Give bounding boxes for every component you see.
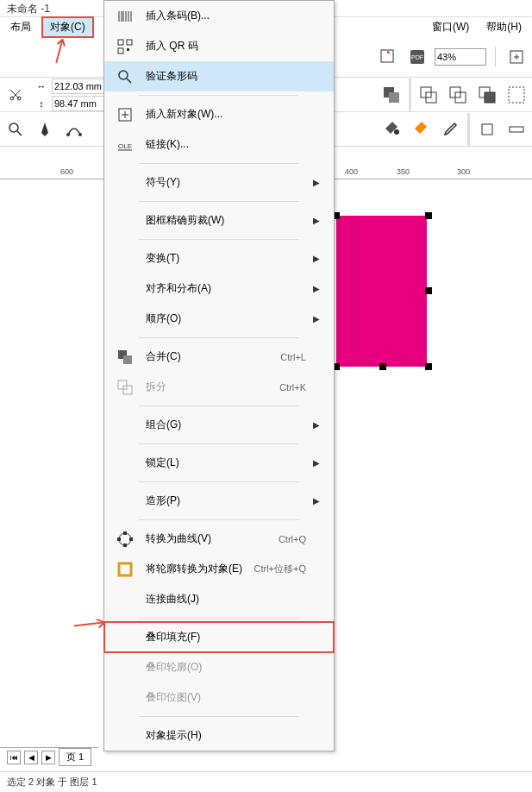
menu-item-4[interactable]: OLE链接(K)... [104,129,334,160]
menu-item-19: 叠印轮廓(O) [104,652,334,682]
svg-point-15 [9,123,18,132]
ruler-tick: 350 [397,167,410,176]
menu-item-8[interactable]: 对齐和分布(A)▶ [104,273,334,304]
intersect-icon[interactable] [475,83,499,107]
tab-first[interactable]: ⏮ [7,751,21,764]
svg-rect-20 [510,127,523,132]
svg-rect-40 [123,531,127,535]
pdf-icon[interactable]: PDF [405,45,429,69]
height-label: ↕ [33,98,50,109]
menu-label: 变换(T) [139,251,313,266]
zoom-select[interactable] [435,48,486,66]
ruler-tick: 600 [60,167,73,176]
zoom-icon[interactable] [3,117,28,141]
menu-item-10[interactable]: 合并(C)Ctrl+L [104,342,334,372]
menu-item-12[interactable]: 组合(G)▶ [104,410,334,440]
svg-rect-30 [127,48,129,51]
ruler-tick: 300 [457,167,470,176]
svg-point-17 [78,133,82,136]
menu-separator [139,405,299,406]
selection-handle-e[interactable] [425,287,432,294]
menu-item-9[interactable]: 顺序(O)▶ [104,304,334,334]
menu-item-13[interactable]: 锁定(L)▶ [104,448,334,478]
menu-item-21[interactable]: 对象提示(H) [104,720,334,751]
simplify-icon[interactable] [504,83,529,107]
page-tabs: ⏮ ◀ ▶ 页 1 [0,747,98,766]
submenu-arrow-icon: ▶ [313,284,327,293]
menu-label: 组合(G) [139,418,313,432]
menu-label: 顺序(O) [139,311,313,326]
gradient-icon[interactable] [409,117,433,141]
menu-item-18[interactable]: 叠印填充(F) [104,622,334,652]
menu-layout[interactable]: 布局 [3,18,38,36]
svg-rect-14 [509,87,524,103]
svg-rect-27 [118,40,123,45]
fill-icon[interactable] [379,117,404,141]
menu-label: 链接(K)... [139,137,313,152]
qr-icon [111,38,139,55]
curve-icon [111,531,139,548]
tab-page-1[interactable]: 页 1 [59,748,91,766]
selection-handle-s[interactable] [379,363,386,370]
menu-shortcut: Ctrl+Q [279,534,313,544]
menu-item-5[interactable]: 符号(Y)▶ [104,167,334,198]
eyedropper-icon[interactable] [438,117,462,141]
svg-rect-19 [482,124,492,135]
svg-text:OLE: OLE [118,142,132,150]
menu-item-6[interactable]: 图框精确剪裁(W)▶ [104,205,334,236]
insert-icon [111,106,139,123]
menu-label: 叠印填充(F) [139,630,313,644]
scissors-icon[interactable] [3,83,28,107]
menu-label: 将轮廓转换为对象(E) [139,562,253,576]
bezier-icon[interactable] [62,117,86,141]
svg-rect-29 [118,48,123,53]
tab-prev[interactable]: ◀ [24,751,38,764]
menu-item-1[interactable]: 插入 QR 码 [104,31,334,61]
crop-icon[interactable] [475,117,499,141]
selected-rectangle[interactable] [336,216,427,367]
submenu-arrow-icon: ▶ [313,216,327,225]
menu-item-11: 拆分Ctrl+K [104,372,334,402]
menu-label: 验证条形码 [139,69,313,84]
barcode-icon [111,8,139,25]
menu-help[interactable]: 帮助(H) [479,18,529,36]
svg-rect-36 [123,355,132,364]
submenu-arrow-icon: ▶ [313,458,327,468]
menu-label: 拆分 [139,380,279,394]
menu-label: 转换为曲线(V) [139,531,279,546]
menu-item-14[interactable]: 造形(P)▶ [104,486,334,516]
svg-point-39 [119,533,131,545]
combine-shapes-icon[interactable] [379,83,404,107]
menu-item-17[interactable]: 连接曲线(J) [104,584,334,614]
svg-rect-7 [389,92,399,103]
menu-item-2[interactable]: 验证条形码 [104,61,334,91]
tab-next[interactable]: ▶ [41,751,55,764]
menu-separator [139,201,299,202]
ruler-icon[interactable] [504,117,529,141]
pen-icon[interactable] [33,117,57,141]
menu-item-0[interactable]: 插入条码(B)... [104,1,334,31]
menu-label: 合并(C) [139,349,280,364]
menu-window[interactable]: 窗口(W) [425,18,476,36]
menu-separator [139,337,299,338]
export-icon[interactable] [376,45,400,69]
menu-item-15[interactable]: 转换为曲线(V)Ctrl+Q [104,524,334,554]
menu-separator [139,163,299,164]
menu-item-16[interactable]: 将轮廓转换为对象(E)Ctrl+位移+Q [104,554,334,584]
verify-icon [111,68,139,85]
trim-icon[interactable] [446,83,470,107]
svg-rect-13 [485,92,495,103]
selection-handle-se[interactable] [425,363,432,370]
submenu-arrow-icon: ▶ [313,178,327,187]
menu-label: 叠印轮廓(O) [139,660,313,675]
menu-label: 图框精确剪裁(W) [139,213,313,228]
menu-item-3[interactable]: 插入新对象(W)... [104,99,334,129]
menu-separator [139,519,299,520]
svg-point-31 [119,71,128,79]
weld-icon[interactable] [416,83,441,107]
fullscreen-icon[interactable] [504,45,529,69]
menu-item-7[interactable]: 变换(T)▶ [104,243,334,273]
menu-separator [139,481,299,482]
svg-rect-42 [117,537,121,541]
selection-handle-ne[interactable] [425,212,432,219]
